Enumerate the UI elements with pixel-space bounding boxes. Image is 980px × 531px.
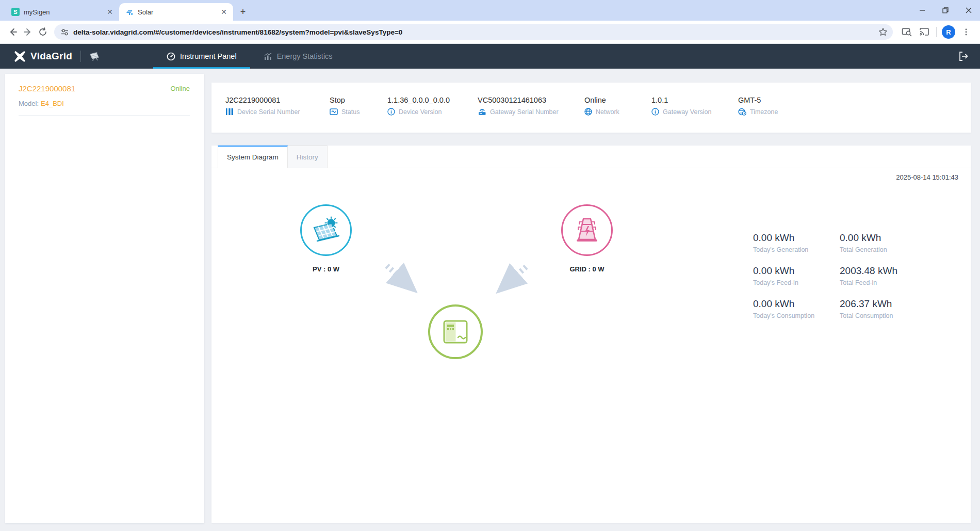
stat-value: 0.00 kWh [840, 232, 897, 244]
inverter-icon [440, 317, 470, 347]
tab-close-icon[interactable]: ✕ [106, 8, 114, 16]
stat-todays-feedin: 0.00 kWh Today's Feed-in [753, 265, 840, 286]
stat-label: Total Feed-in [840, 279, 897, 286]
device-sidebar: J2C2219000081 Online Model:E4_BDI [5, 74, 204, 523]
device-model-label: Model: [19, 100, 39, 107]
reload-icon[interactable] [37, 24, 48, 40]
gateway-icon [478, 108, 486, 116]
info-value: GMT-5 [738, 96, 778, 104]
new-tab-button[interactable]: + [236, 5, 250, 19]
info-item-device-version: 1.1.36_0.0.0_0.0.0 Device Version [387, 96, 450, 116]
back-icon[interactable] [7, 24, 19, 40]
info-item-network: Online Network [584, 96, 619, 116]
nav-tabs: Instrument Panel Energy Statistics [153, 44, 346, 69]
barcode-icon [225, 108, 234, 116]
device-separator [19, 115, 190, 116]
stat-total-feedin: 2003.48 kWh Total Feed-in [840, 265, 897, 286]
grid-node[interactable] [561, 204, 613, 256]
brand: VidaGrid [13, 50, 101, 63]
stat-total-generation: 0.00 kWh Total Generation [840, 232, 897, 253]
stat-value: 0.00 kWh [753, 265, 840, 277]
pv-node[interactable] [300, 204, 352, 256]
browser-menu-icon[interactable] [958, 24, 974, 40]
stat-todays-generation: 0.00 kWh Today's Generation [753, 232, 840, 253]
stat-value: 0.00 kWh [753, 298, 840, 310]
browser-tab-mysigen[interactable]: S mySigen ✕ [5, 3, 119, 21]
forward-icon[interactable] [22, 24, 34, 40]
info-label: Gateway Version [663, 108, 712, 116]
mysigen-favicon: S [11, 8, 20, 16]
status-icon [330, 108, 338, 116]
flow-arrows [211, 146, 971, 523]
toolbar-divider [936, 27, 937, 37]
avatar-initial: R [942, 25, 955, 39]
device-list-item[interactable]: J2C2219000081 Online Model:E4_BDI [5, 74, 204, 116]
tab-title: Solar [138, 8, 220, 16]
info-label: Device Version [399, 108, 442, 116]
inverter-node[interactable] [428, 304, 483, 359]
browser-tab-strip: S mySigen ✕ Solar ✕ + [0, 0, 980, 21]
brand-name: VidaGrid [30, 51, 72, 62]
toolbar-icons: R [898, 24, 975, 40]
content-area: J2C2219000081 Online Model:E4_BDI J2C221… [0, 69, 980, 531]
tab-system-diagram[interactable]: System Diagram [218, 146, 288, 168]
bookmark-star-icon[interactable] [878, 27, 888, 37]
network-icon [584, 108, 592, 116]
cast-icon[interactable] [917, 24, 932, 40]
url-text[interactable]: delta-solar.vidagrid.com/#/customer/devi… [73, 28, 878, 36]
pv-panel-icon [310, 214, 342, 246]
logout-icon[interactable] [954, 44, 973, 69]
nav-item-label: Energy Statistics [277, 52, 333, 60]
tab-close-icon[interactable]: ✕ [220, 8, 228, 16]
info-value: 1.0.1 [651, 96, 712, 104]
info-label: Gateway Serial Number [490, 108, 559, 116]
info-label: Device Serial Number [237, 108, 300, 116]
stat-value: 206.37 kWh [840, 298, 897, 310]
info-value: VC50030121461063 [478, 96, 559, 104]
stat-label: Today's Feed-in [753, 279, 840, 286]
stat-label: Today's Consumption [753, 312, 840, 319]
nav-item-energy-statistics[interactable]: Energy Statistics [250, 44, 346, 69]
system-card: System Diagram History 2025-08-14 15:01:… [211, 146, 971, 523]
info-circle-icon [651, 108, 659, 116]
stat-todays-consumption: 0.00 kWh Today's Consumption [753, 298, 840, 319]
info-value: Online [584, 96, 619, 104]
info-circle-icon [387, 108, 395, 116]
site-settings-icon[interactable] [60, 28, 69, 37]
address-bar[interactable]: delta-solar.vidagrid.com/#/customer/devi… [54, 24, 893, 40]
vidagrid-logo-icon [13, 50, 26, 63]
profile-avatar[interactable]: R [941, 24, 956, 40]
grid-to-inverter-arrow [503, 267, 526, 287]
device-search-icon[interactable] [899, 24, 914, 40]
device-model-value: E4_BDI [41, 100, 64, 107]
browser-tab-solar[interactable]: Solar ✕ [119, 3, 233, 21]
info-value: J2C2219000081 [225, 96, 300, 104]
stat-label: Total Consumption [840, 312, 897, 319]
info-label: Status [341, 108, 360, 116]
restore-button[interactable] [934, 0, 957, 21]
info-value: 1.1.36_0.0.0_0.0.0 [387, 96, 450, 104]
stat-label: Total Generation [840, 246, 897, 253]
info-value: Stop [330, 96, 360, 104]
energy-stats: 0.00 kWh Today's Generation 0.00 kWh Tot… [753, 232, 897, 319]
device-info-card: J2C2219000081 Device Serial Number Stop … [211, 83, 971, 133]
info-label: Timezone [750, 108, 778, 116]
grid-tower-icon [571, 215, 602, 246]
close-window-button[interactable] [957, 0, 980, 21]
gauge-icon [167, 52, 175, 61]
minimize-button[interactable] [910, 0, 934, 21]
pv-to-inverter-arrow [387, 266, 410, 286]
tab-history[interactable]: History [288, 146, 328, 168]
solar-favicon [125, 8, 134, 16]
grid-power-label: GRID : 0 W [530, 265, 644, 273]
device-name[interactable]: J2C2219000081 [19, 84, 75, 93]
nav-item-instrument-panel[interactable]: Instrument Panel [153, 44, 250, 69]
bar-chart-icon [264, 52, 272, 61]
timezone-icon [738, 108, 746, 116]
stat-value: 2003.48 kWh [840, 265, 897, 277]
stat-label: Today's Generation [753, 246, 840, 253]
info-label: Network [596, 108, 619, 116]
stat-value: 0.00 kWh [753, 232, 840, 244]
nav-item-label: Instrument Panel [180, 52, 237, 60]
window-controls [910, 0, 980, 21]
